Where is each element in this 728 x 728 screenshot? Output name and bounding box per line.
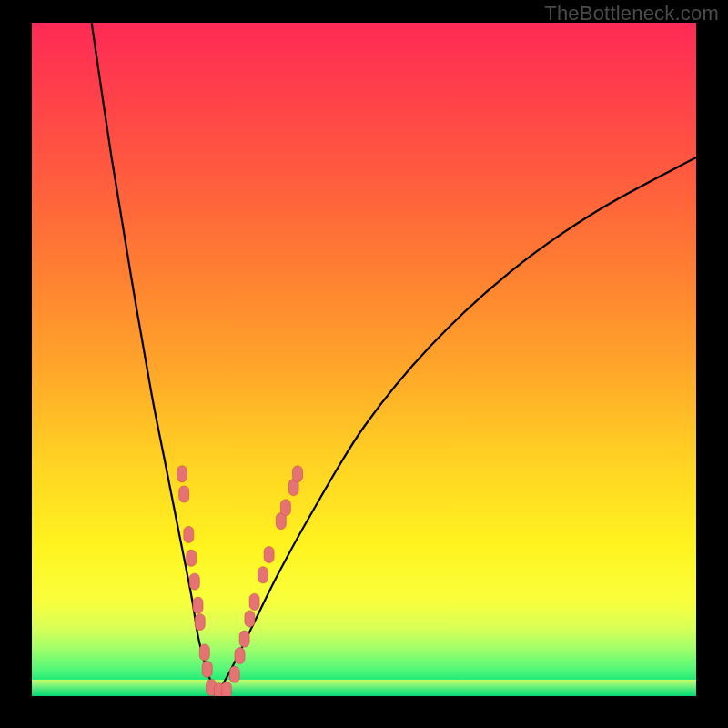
- data-marker: [293, 466, 303, 482]
- data-marker: [264, 547, 274, 563]
- data-marker: [187, 550, 197, 566]
- data-marker: [195, 614, 205, 631]
- data-marker: [245, 611, 255, 627]
- data-marker: [179, 486, 189, 502]
- data-marker: [229, 666, 239, 682]
- data-marker: [280, 500, 290, 516]
- chart-stage: TheBottleneck.com: [0, 0, 728, 728]
- data-marker: [193, 597, 203, 613]
- marker-layer: [32, 23, 696, 696]
- data-marker: [177, 466, 187, 482]
- data-marker: [202, 661, 212, 677]
- data-marker: [249, 593, 259, 610]
- data-marker: [258, 567, 268, 583]
- marker-group: [177, 466, 303, 696]
- watermark-label: TheBottleneck.com: [544, 2, 719, 25]
- data-marker: [199, 644, 209, 661]
- data-marker: [221, 682, 231, 696]
- data-marker: [184, 526, 194, 542]
- data-marker: [189, 573, 199, 590]
- data-marker: [239, 631, 249, 647]
- data-marker: [235, 648, 245, 664]
